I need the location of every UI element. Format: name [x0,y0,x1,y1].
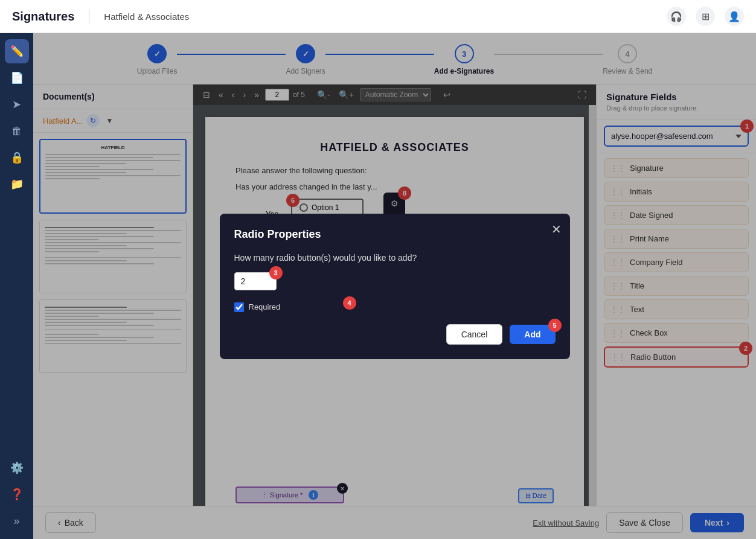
modal-number-wrapper: 3 [234,272,277,290]
sidebar-help-icon[interactable]: ❓ [5,482,29,506]
headset-button[interactable]: 🎧 [667,7,686,26]
sidebar-settings-icon[interactable]: ⚙️ [5,456,29,480]
modal-overlay: Radio Properties ✕ How many radio button… [33,33,756,539]
sidebar-trash-icon[interactable]: 🗑 [5,119,29,143]
header-divider [89,9,89,24]
sidebar-expand-icon[interactable]: » [5,509,29,533]
badge-3: 3 [269,266,283,279]
badge-4: 4 [343,296,356,310]
modal-add-wrapper: Add 5 [510,325,555,344]
profile-button[interactable]: 👤 [725,7,744,26]
left-sidebar: ✏️ 📄 ➤ 🗑 🔒 📁 ⚙️ ❓ » [0,33,33,539]
sidebar-send-icon[interactable]: ➤ [5,92,29,116]
modal-cancel-button[interactable]: Cancel [446,324,503,345]
modal-input-row: 3 [234,272,556,290]
badge-5: 5 [548,319,562,332]
grid-button[interactable]: ⊞ [696,7,715,26]
modal-title: Radio Properties [234,228,556,241]
header-actions: 🎧 ⊞ 👤 [667,7,744,26]
sidebar-lock-icon[interactable]: 🔒 [5,145,29,170]
radio-properties-modal: Radio Properties ✕ How many radio button… [220,214,570,359]
modal-question: How many radio button(s) would you like … [234,253,556,263]
sidebar-folder-icon[interactable]: 📁 [5,172,29,196]
app-title: Signatures [12,10,74,24]
modal-footer: Cancel Add 5 [234,324,556,345]
company-name: Hatfield & Associates [104,11,189,22]
sidebar-doc-icon[interactable]: 📄 [5,66,29,90]
modal-checkbox-row: Required 4 [234,302,556,312]
required-checkbox[interactable] [234,302,244,312]
brand-section: Signatures Hatfield & Associates [12,9,189,24]
sidebar-edit-icon[interactable]: ✏️ [5,39,29,63]
modal-close-button[interactable]: ✕ [551,222,562,237]
required-label: Required [249,302,281,311]
app-header: Signatures Hatfield & Associates 🎧 ⊞ 👤 [0,0,756,33]
